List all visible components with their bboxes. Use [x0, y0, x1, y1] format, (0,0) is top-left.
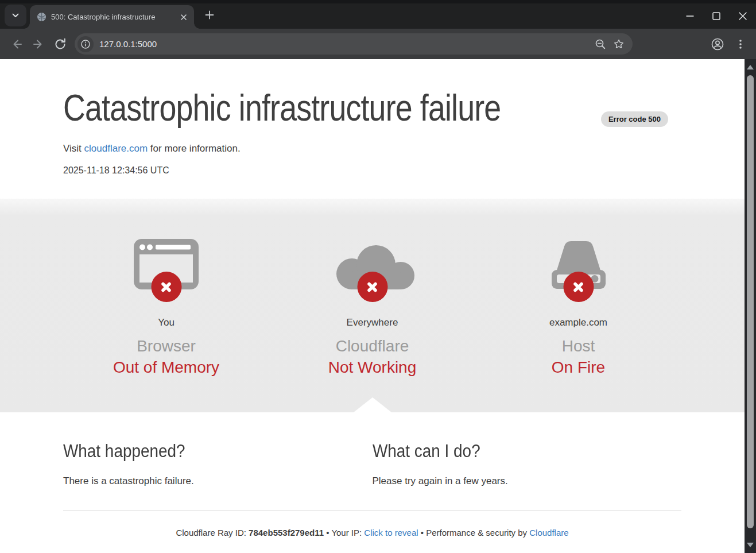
- status-entity: example.com: [475, 317, 681, 328]
- toolbar-right-group: [704, 34, 750, 54]
- qa-section: What happened? There is a catastrophic f…: [0, 412, 745, 487]
- page-scrollbar[interactable]: [745, 59, 756, 553]
- site-info-icon[interactable]: [77, 36, 94, 52]
- visit-line: Visit cloudflare.com for more informatio…: [63, 143, 681, 154]
- footer-separator: •: [418, 528, 427, 537]
- url-text[interactable]: 127.0.0.1:5000: [99, 39, 590, 49]
- browser-menu-icon[interactable]: [731, 34, 750, 54]
- status-role: Browser: [63, 337, 269, 355]
- error-code-badge: Error code 500: [601, 111, 668, 127]
- status-column-cloudflare: Everywhere Cloudflare Not Working: [269, 237, 475, 412]
- chevron-down-icon: [10, 10, 21, 21]
- status-role: Host: [475, 337, 681, 355]
- browser-icon: [118, 237, 215, 290]
- error-header: Catastrophic infrastructure failure Erro…: [0, 59, 745, 199]
- bookmark-star-icon[interactable]: [611, 36, 627, 52]
- profile-avatar-icon[interactable]: [708, 34, 727, 54]
- zoom-icon[interactable]: [592, 36, 608, 52]
- error-x-icon: [563, 272, 594, 302]
- page-viewport: Catastrophic infrastructure failure Erro…: [0, 59, 756, 553]
- qa-heading: What happened?: [63, 441, 373, 462]
- ray-id-value: 784eb553f279ed11: [249, 528, 324, 537]
- status-role: Cloudflare: [269, 337, 475, 355]
- performance-label: Performance & security by: [426, 528, 529, 537]
- page-footer: Cloudflare Ray ID: 784eb553f279ed11 • Yo…: [0, 528, 745, 537]
- footer-separator: •: [324, 528, 331, 537]
- browser-tab[interactable]: 500: Catastrophic infrastructure: [30, 5, 194, 29]
- window-controls: [677, 3, 756, 29]
- tab-close-icon[interactable]: [178, 11, 189, 23]
- address-bar[interactable]: 127.0.0.1:5000: [75, 33, 633, 55]
- page-title: Catastrophic infrastructure failure: [63, 88, 681, 128]
- minimize-button[interactable]: [677, 3, 703, 29]
- status-entity: Everywhere: [269, 317, 475, 328]
- error-page: Catastrophic infrastructure failure Erro…: [0, 59, 745, 553]
- qa-body: There is a catastrophic failure.: [63, 475, 373, 487]
- status-state: Out of Memory: [63, 358, 269, 377]
- ray-id-label: Cloudflare Ray ID:: [176, 528, 249, 537]
- scrollbar-up-arrow-icon[interactable]: [745, 60, 756, 74]
- back-button[interactable]: [7, 34, 26, 54]
- what-happened-column: What happened? There is a catastrophic f…: [63, 441, 373, 487]
- status-state: Not Working: [269, 358, 475, 377]
- what-can-i-do-column: What can I do? Please try again in a few…: [373, 441, 682, 487]
- scrollbar-thumb[interactable]: [747, 75, 754, 528]
- status-column-host: example.com Host On Fire: [475, 237, 681, 412]
- qa-heading: What can I do?: [373, 441, 682, 462]
- error-x-icon: [357, 272, 387, 302]
- new-tab-button[interactable]: [200, 5, 219, 25]
- click-to-reveal-link[interactable]: Click to reveal: [364, 528, 418, 537]
- status-column-browser: You Browser Out of Memory: [63, 237, 269, 412]
- footer-divider: [63, 510, 681, 511]
- status-state: On Fire: [475, 358, 681, 377]
- close-window-button[interactable]: [730, 3, 756, 29]
- your-ip-label: Your IP:: [331, 528, 364, 537]
- browser-toolbar: 127.0.0.1:5000: [0, 29, 756, 59]
- section-notch: [354, 397, 391, 412]
- status-section: You Browser Out of Memory: [0, 199, 745, 412]
- cloudflare-com-link[interactable]: cloudflare.com: [84, 143, 148, 154]
- cloud-icon: [324, 237, 421, 290]
- scrollbar-down-arrow-icon[interactable]: [745, 538, 756, 552]
- qa-body: Please try again in a few years.: [373, 475, 682, 487]
- error-x-icon: [151, 272, 181, 302]
- server-icon: [530, 237, 627, 290]
- timestamp: 2025-11-18 12:34:56 UTC: [63, 165, 681, 176]
- status-entity: You: [63, 317, 269, 328]
- cloudflare-brand-link[interactable]: Cloudflare: [529, 528, 568, 537]
- tab-search-button[interactable]: [5, 5, 26, 26]
- tab-title: 500: Catastrophic infrastructure: [51, 13, 176, 21]
- forward-button[interactable]: [29, 34, 48, 54]
- maximize-button[interactable]: [703, 3, 730, 29]
- globe-favicon-icon: [37, 12, 46, 22]
- reload-button[interactable]: [51, 34, 70, 54]
- tab-strip: 500: Catastrophic infrastructure: [0, 3, 756, 29]
